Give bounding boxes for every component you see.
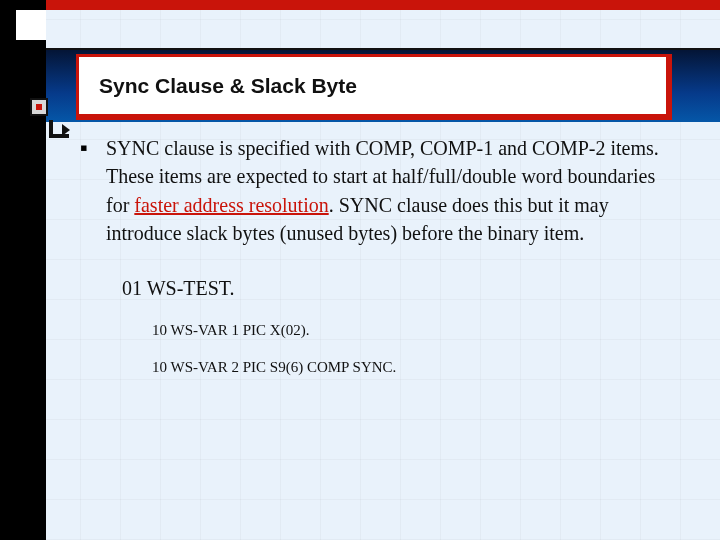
code-line-1: 01 WS-TEST. bbox=[122, 274, 680, 302]
body-paragraph: SYNC clause is specified with COMP, COMP… bbox=[106, 134, 680, 248]
arrow-head-icon bbox=[62, 124, 70, 136]
slide-title: Sync Clause & Slack Byte bbox=[76, 54, 672, 120]
top-red-stripe bbox=[46, 0, 720, 10]
bullet-item: ▪ SYNC clause is specified with COMP, CO… bbox=[80, 134, 680, 248]
slide-title-text: Sync Clause & Slack Byte bbox=[99, 74, 357, 98]
corner-square-decor bbox=[16, 10, 46, 40]
code-line-2: 10 WS-VAR 1 PIC X(02). bbox=[152, 320, 680, 341]
callout-chip-icon bbox=[30, 98, 48, 116]
left-sidebar-decor bbox=[0, 0, 46, 540]
body-emph: faster address resolution bbox=[134, 194, 328, 216]
slide-body: ▪ SYNC clause is specified with COMP, CO… bbox=[80, 134, 680, 379]
title-divider bbox=[46, 48, 720, 50]
slide: Sync Clause & Slack Byte ▪ SYNC clause i… bbox=[0, 0, 720, 540]
bullet-glyph-icon: ▪ bbox=[80, 134, 106, 248]
code-line-3: 10 WS-VAR 2 PIC S9(6) COMP SYNC. bbox=[152, 357, 680, 378]
